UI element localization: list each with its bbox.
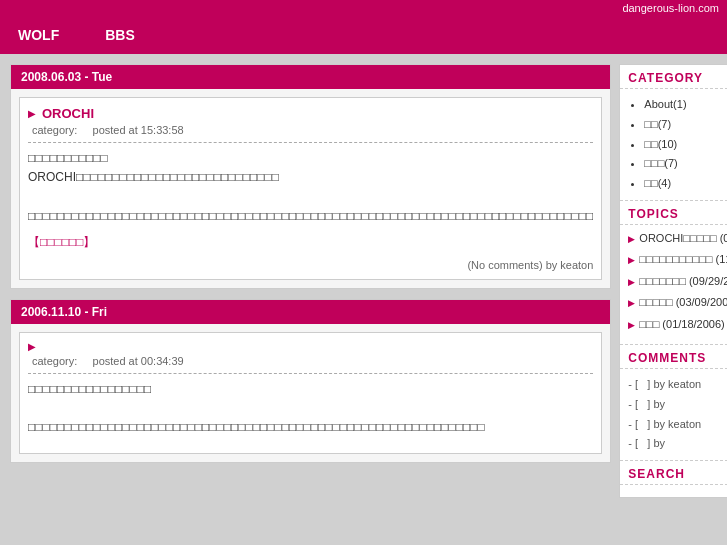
domain-label: dangerous-lion.com: [622, 2, 719, 14]
comments-title: COMMENTS: [620, 345, 727, 369]
category-title: CATEGORY: [620, 65, 727, 89]
no-comments-label[interactable]: No comments: [471, 259, 539, 271]
topic-1[interactable]: ▶ □□□□□□□□□□□ (11/10/2006): [628, 252, 727, 267]
topic-3[interactable]: ▶ □□□□□ (03/09/2006): [628, 295, 727, 310]
date-header-1: 2008.06.03 - Tue: [11, 65, 610, 89]
category-content: About(1) □□(7) □□(10) □□□(7) □□(4): [620, 89, 727, 201]
post-1: ▶ OROCHI category: posted at 15:33:58 □□…: [19, 97, 602, 280]
post-title-1[interactable]: OROCHI: [42, 106, 94, 121]
comment-1[interactable]: - [ ] by: [628, 395, 727, 415]
top-bar: dangerous-lion.com: [0, 0, 727, 16]
comment-3[interactable]: - [ ] by: [628, 434, 727, 454]
topics-arrow-icon-2: ▶: [628, 276, 635, 289]
topics-content: ▶ OROCHI□□□□□ (06/03/2008) ▶ □□□□□□□□□□□…: [620, 225, 727, 345]
date-section-2: 2006.11.10 - Fri ▶ category: posted at 0…: [10, 299, 611, 464]
comments-content: - [ ] by keaton - [ ] by - [ ] by keaton…: [620, 369, 727, 461]
topics-title: TOPICS: [620, 201, 727, 225]
main-content: 2008.06.03 - Tue ▶ OROCHI category: post…: [10, 64, 611, 463]
topics-arrow-icon-4: ▶: [628, 319, 635, 332]
search-title: SEARCH: [620, 461, 727, 485]
sidebar: CATEGORY About(1) □□(7) □□(10) □□□(7) □□…: [619, 64, 727, 498]
cat-item-0[interactable]: About(1): [644, 95, 727, 115]
post-link-1[interactable]: 【□□□□□□】: [28, 234, 593, 251]
post-body-2: □□□□□□□□□□□□□□□□□ □□□□□□□□□□□□□□□□□□□□□□…: [28, 380, 593, 438]
date-header-2: 2006.11.10 - Fri: [11, 300, 610, 324]
post-2: ▶ category: posted at 00:34:39 □□□□□□□□□…: [19, 332, 602, 455]
topics-arrow-icon-0: ▶: [628, 233, 635, 246]
nav-wolf[interactable]: WOLF: [10, 23, 67, 47]
topics-arrow-icon-1: ▶: [628, 254, 635, 267]
comment-0[interactable]: - [ ] by keaton: [628, 375, 727, 395]
topic-0[interactable]: ▶ OROCHI□□□□□ (06/03/2008): [628, 231, 727, 246]
post-meta-2: category: posted at 00:34:39: [28, 355, 593, 367]
post-body-1: □□□□□□□□□□□ OROCHI□□□□□□□□□□□□□□□□□□□□□□…: [28, 149, 593, 226]
post-arrow-icon: ▶: [28, 108, 36, 119]
category-list: About(1) □□(7) □□(10) □□□(7) □□(4): [628, 95, 727, 194]
cat-item-1[interactable]: □□(7): [644, 115, 727, 135]
date-section-1: 2008.06.03 - Tue ▶ OROCHI category: post…: [10, 64, 611, 289]
post-arrow-icon-2: ▶: [28, 341, 36, 352]
nav-bar: WOLF BBS: [0, 16, 727, 54]
nav-bbs[interactable]: BBS: [97, 23, 143, 47]
comment-2[interactable]: - [ ] by keaton: [628, 415, 727, 435]
search-section[interactable]: [620, 485, 727, 497]
topic-4[interactable]: ▶ □□□ (01/18/2006): [628, 317, 727, 332]
cat-item-6[interactable]: □□(4): [644, 174, 727, 194]
topic-2[interactable]: ▶ □□□□□□□ (09/29/2006): [628, 274, 727, 289]
post-meta-1: category: posted at 15:33:58: [28, 124, 593, 136]
post-footer-1: (No comments) by keaton: [28, 259, 593, 271]
cat-item-3[interactable]: □□□(7): [644, 154, 727, 174]
topics-arrow-icon-3: ▶: [628, 297, 635, 310]
cat-item-2[interactable]: □□(10): [644, 135, 727, 155]
